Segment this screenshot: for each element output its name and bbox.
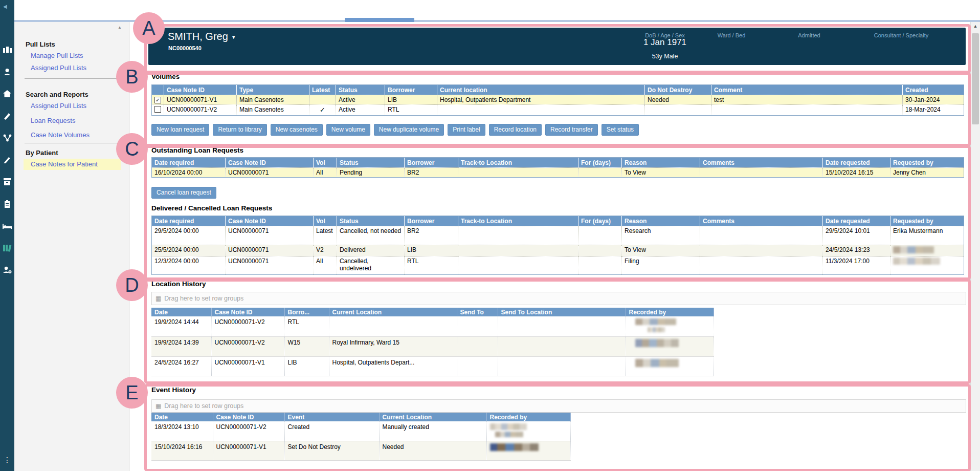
sidebar-group-search-reports: Search and Reports [26, 91, 88, 98]
patient-age-sex: 53y Male [614, 53, 716, 60]
col-current-location[interactable]: Current Location [379, 413, 486, 421]
col-borrower[interactable]: Borrower [405, 216, 458, 226]
col-status[interactable]: Status [337, 158, 405, 168]
sidebar-item-case-note-volumes[interactable]: Case Note Volumes [31, 131, 90, 139]
bed-icon[interactable] [0, 218, 14, 233]
scalpel-icon[interactable] [0, 152, 14, 167]
col-date-requested[interactable]: Date requested [823, 158, 890, 168]
new-duplicate-volume-button[interactable]: New duplicate volume [374, 124, 444, 136]
col-type[interactable]: Type [237, 85, 309, 95]
event-history-group-dropzone[interactable]: ▦ Drag here to set row groups [151, 399, 966, 413]
loan-request-row[interactable]: 29/5/2024 00:00UCN00000071 LatestCancell… [152, 226, 964, 245]
return-to-library-button[interactable]: Return to library [213, 124, 266, 136]
col-track-to-location[interactable]: Track-to Location [458, 216, 578, 226]
archive-icon[interactable] [0, 174, 14, 189]
col-date[interactable]: Date [151, 413, 213, 421]
print-label-button[interactable]: Print label [448, 124, 485, 136]
location-history-row[interactable]: 19/9/2024 14:39UCN00000071-V2 W15Royal I… [151, 336, 714, 356]
col-reason[interactable]: Reason [622, 158, 700, 168]
library-icon[interactable] [0, 240, 14, 255]
new-casenotes-button[interactable]: New casenotes [271, 124, 323, 136]
volume-row[interactable]: UCN00000071-V1Main Casenotes Active LIBH… [152, 95, 964, 105]
patient-name[interactable]: SMITH, Greg▼ [168, 31, 236, 42]
sidebar-item-case-notes-for-patient[interactable]: Case Notes for Patient [31, 160, 98, 168]
set-status-button[interactable]: Set status [602, 124, 639, 136]
col-date-required[interactable]: Date required [152, 158, 226, 168]
clipboard-icon[interactable] [0, 196, 14, 211]
col-send-to-location[interactable]: Send To Location [498, 308, 626, 316]
location-history-row[interactable]: 19/9/2024 14:44UCN00000071-V2 RTL [151, 316, 714, 336]
redacted-name [648, 327, 665, 332]
chevron-down-icon: ▼ [231, 34, 236, 40]
cancel-loan-request-button[interactable]: Cancel loan request [151, 187, 216, 199]
col-borrower[interactable]: Borrower [385, 85, 437, 95]
more-options-icon[interactable]: ⋮ [0, 456, 14, 464]
hospital-icon[interactable] [0, 42, 14, 57]
checkbox-checked[interactable] [154, 97, 161, 103]
sidebar-item-assigned-pull-lists[interactable]: Assigned Pull Lists [31, 64, 86, 72]
sidebar-item-loan-requests[interactable]: Loan Requests [31, 117, 75, 124]
col-comments[interactable]: Comments [700, 216, 823, 226]
home-visit-icon[interactable] [0, 86, 14, 101]
col-for-days[interactable]: For (days) [578, 216, 622, 226]
col-current-location[interactable]: Current Location [329, 308, 457, 316]
col-latest[interactable]: Latest [309, 85, 336, 95]
col-case-note-id[interactable]: Case Note ID [211, 308, 284, 316]
col-status[interactable]: Status [337, 216, 405, 226]
new-loan-request-button[interactable]: New loan request [151, 124, 209, 136]
col-for-days[interactable]: For (days) [578, 158, 622, 168]
col-comments[interactable]: Comments [700, 158, 823, 168]
location-history-row[interactable]: 24/5/2024 16:27UCN00000071-V1 LIBHospita… [151, 356, 714, 376]
col-date[interactable]: Date [151, 308, 211, 316]
col-comment[interactable]: Comment [711, 85, 903, 95]
scroll-up-icon[interactable]: ▲ [971, 24, 980, 29]
pathway-icon[interactable] [0, 130, 14, 145]
pen-icon[interactable] [0, 108, 14, 123]
outstanding-loans-title: Outstanding Loan Requests [151, 146, 243, 154]
loan-request-row[interactable]: 16/10/2024 00:00UCN00000071 AllPending B… [152, 168, 964, 178]
sidebar-item-assigned-pull-lists-2[interactable]: Assigned Pull Lists [31, 102, 86, 110]
vertical-scrollbar[interactable]: ▲ [970, 22, 980, 471]
col-date-requested[interactable]: Date requested [823, 216, 890, 226]
col-recorded-by[interactable]: Recorded by [486, 413, 570, 421]
collapse-rail-icon[interactable]: ◀ [3, 4, 7, 9]
sidebar-divider [25, 78, 119, 79]
user-admin-icon[interactable] [0, 262, 14, 277]
sidebar-collapse-icon[interactable]: ▲ [118, 25, 122, 30]
col-case-note-id[interactable]: Case Note ID [164, 85, 237, 95]
location-history-group-dropzone[interactable]: ▦ Drag here to set row groups [151, 292, 966, 305]
event-history-row[interactable]: 18/3/2024 13:10UCN00000071-V2 CreatedMan… [151, 421, 570, 441]
col-case-note-id[interactable]: Case Note ID [226, 216, 314, 226]
col-recorded-by[interactable]: Recorded by [626, 308, 714, 316]
col-do-not-destroy[interactable]: Do Not Destroy [645, 85, 711, 95]
record-location-button[interactable]: Record location [489, 124, 542, 136]
sidebar-item-manage-pull-lists[interactable]: Manage Pull Lists [31, 52, 83, 59]
col-reason[interactable]: Reason [622, 216, 700, 226]
record-transfer-button[interactable]: Record transfer [545, 124, 598, 136]
col-send-to[interactable]: Send To [457, 308, 498, 316]
col-event[interactable]: Event [284, 413, 379, 421]
redacted-name [495, 432, 523, 437]
col-created[interactable]: Created [903, 85, 964, 95]
event-history-row[interactable]: 15/10/2024 16:16UCN00000071-V1 Set Do No… [151, 441, 570, 460]
col-current-location[interactable]: Current location [437, 85, 645, 95]
loan-request-row[interactable]: 25/5/2024 00:00UCN00000071 V2Delivered L… [152, 245, 964, 256]
col-track-to-location[interactable]: Track-to Location [458, 158, 578, 168]
scrollbar-thumb[interactable] [972, 33, 979, 124]
loan-request-row[interactable]: 12/3/2024 00:00UCN00000071 AllCancelled,… [152, 256, 964, 275]
col-date-required[interactable]: Date required [152, 216, 226, 226]
col-case-note-id[interactable]: Case Note ID [213, 413, 284, 421]
clinician-icon[interactable] [0, 64, 14, 79]
sidebar-group-pull-lists: Pull Lists [26, 40, 55, 48]
col-vol[interactable]: Vol [314, 216, 337, 226]
col-requested-by[interactable]: Requested by [890, 216, 964, 226]
col-case-note-id[interactable]: Case Note ID [226, 158, 314, 168]
col-vol[interactable]: Vol [314, 158, 337, 168]
col-borrower[interactable]: Borrower [405, 158, 458, 168]
volume-row[interactable]: UCN00000071-V2Main Casenotes ✓ ActiveRTL… [152, 105, 964, 116]
col-requested-by[interactable]: Requested by [890, 158, 964, 168]
col-status[interactable]: Status [336, 85, 385, 95]
col-borrower[interactable]: Borro... [284, 308, 329, 316]
checkbox-unchecked[interactable] [154, 106, 161, 113]
new-volume-button[interactable]: New volume [326, 124, 370, 136]
